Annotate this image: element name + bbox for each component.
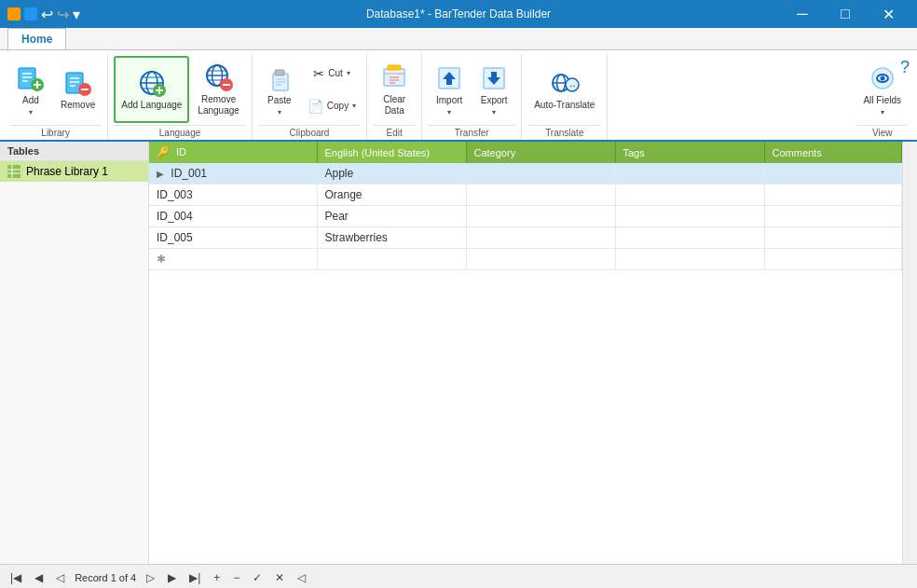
export-icon — [479, 63, 509, 93]
undo-icon[interactable]: ↩ — [41, 6, 53, 23]
ribbon-group-transfer: Import ▾ Export ▾ Transfer — [422, 54, 522, 140]
prev-page-button[interactable]: ◁ — [53, 570, 67, 585]
app-icon — [7, 7, 21, 21]
cell-tags — [615, 185, 764, 206]
svg-point-50 — [880, 75, 884, 80]
new-row[interactable]: ✱ — [149, 249, 902, 270]
tab-home[interactable]: Home — [7, 28, 66, 49]
col-header-id: 🔑 ID — [149, 142, 317, 163]
remove-button[interactable]: Remove — [54, 56, 102, 123]
add-language-button[interactable]: Add Language — [114, 56, 189, 123]
col-header-category: Category — [466, 142, 615, 163]
cell-english[interactable]: Strawberries — [317, 227, 466, 249]
first-record-button[interactable]: |◀ — [7, 570, 24, 585]
table-row[interactable]: ID_005 Strawberries — [149, 227, 902, 249]
row-arrow-icon: ▶ — [157, 169, 164, 179]
prev-record-button[interactable]: ◀ — [32, 570, 46, 585]
cell-tags — [615, 163, 764, 185]
data-table[interactable]: 🔑 ID English (United States) Category Ta… — [149, 142, 902, 564]
cell-category — [466, 185, 615, 206]
save-record-button[interactable]: ✓ — [250, 570, 265, 585]
cut-copy-col: ✂ Cut ▾ 📄 Copy ▾ — [303, 56, 361, 123]
cell-category — [466, 206, 615, 227]
close-button[interactable]: ✕ — [867, 0, 910, 28]
ribbon: Add ▾ Remove Library — [0, 50, 917, 142]
last-record-button[interactable]: ▶| — [186, 570, 203, 585]
sidebar: Tables Phrase Library 1 — [0, 142, 149, 564]
copy-button[interactable]: 📄 Copy ▾ — [303, 90, 361, 122]
table-area: 🔑 ID English (United States) Category Ta… — [149, 142, 902, 564]
add-record-button[interactable]: + — [211, 570, 223, 585]
remove-label: Remove — [61, 100, 95, 111]
add-icon — [16, 63, 46, 93]
cell-comments — [764, 185, 902, 206]
cell-tags — [615, 227, 764, 249]
category-col-label: Category — [474, 147, 516, 158]
language-group-label: Language — [114, 125, 246, 140]
table-icon — [7, 165, 21, 178]
clipboard-buttons: Paste ▾ ✂ Cut ▾ 📄 Copy ▾ — [258, 56, 361, 123]
english-col-label: English (United States) — [325, 147, 431, 158]
app-icon2 — [24, 7, 37, 21]
minimize-button[interactable]: ─ — [781, 0, 824, 28]
add-dropdown-arrow: ▾ — [29, 108, 33, 116]
cut-button[interactable]: ✂ Cut ▾ — [303, 58, 361, 89]
copy-label: Copy — [327, 101, 349, 111]
view-group-label: View — [856, 125, 908, 140]
refresh-button[interactable]: ◁ — [294, 570, 308, 585]
clipboard-group-label: Clipboard — [258, 125, 361, 140]
vertical-scrollbar[interactable] — [902, 142, 917, 564]
ribbon-group-language: Add Language RemoveLanguage Lan — [108, 54, 253, 140]
cell-id: ID_005 — [149, 227, 317, 249]
sidebar-item-phrase-library-1[interactable]: Phrase Library 1 — [0, 161, 148, 182]
add-button[interactable]: Add ▾ — [9, 56, 52, 123]
paste-icon — [265, 63, 294, 93]
paste-button[interactable]: Paste ▾ — [258, 56, 301, 123]
title-bar-left: ↩ ↪ ▾ — [7, 6, 80, 23]
asterisk-icon: ✱ — [157, 253, 166, 266]
new-row-tags — [615, 249, 764, 270]
add-label: Add — [22, 95, 39, 106]
id-value: ID_001 — [171, 167, 207, 180]
cell-id: ID_003 — [149, 185, 317, 206]
table-row[interactable]: ▶ ID_001 Apple — [149, 163, 902, 185]
clear-data-button[interactable]: ClearData — [373, 56, 416, 123]
window-title: Database1* - BarTender Data Builder — [366, 7, 551, 21]
remove-language-button[interactable]: RemoveLanguage — [191, 56, 246, 123]
auto-translate-icon: ↔ — [550, 68, 580, 98]
cell-english[interactable]: Orange — [317, 185, 466, 206]
help-icon[interactable]: ? — [900, 58, 910, 77]
next-record-button[interactable]: ▶ — [165, 570, 179, 585]
new-row-english[interactable] — [317, 249, 466, 270]
next-page-button[interactable]: ▷ — [144, 570, 157, 585]
redo-icon[interactable]: ↪ — [57, 6, 69, 23]
tags-col-label: Tags — [623, 147, 645, 158]
cell-comments — [764, 163, 902, 185]
key-icon-header: 🔑 — [157, 146, 170, 157]
transfer-buttons: Import ▾ Export ▾ — [428, 56, 515, 123]
library-buttons: Add ▾ Remove — [9, 56, 102, 123]
auto-translate-button[interactable]: ↔ Auto-Translate — [527, 56, 601, 123]
svg-rect-35 — [388, 65, 401, 70]
import-button[interactable]: Import ▾ — [428, 56, 471, 123]
svg-rect-29 — [275, 70, 284, 75]
export-button[interactable]: Export ▾ — [472, 56, 515, 123]
cell-english[interactable]: Apple — [317, 163, 466, 185]
cut-icon: ✂ — [313, 66, 324, 81]
tables-header: Tables — [0, 142, 148, 161]
table-row[interactable]: ID_004 Pear — [149, 206, 902, 227]
delete-record-button[interactable]: − — [230, 570, 242, 585]
new-row-category — [466, 249, 615, 270]
cancel-record-button[interactable]: ✕ — [272, 570, 287, 585]
table-row[interactable]: ID_003 Orange — [149, 185, 902, 206]
ribbon-group-library: Add ▾ Remove Library — [4, 54, 108, 140]
add-language-label: Add Language — [121, 100, 182, 111]
ribbon-group-clipboard: Paste ▾ ✂ Cut ▾ 📄 Copy ▾ Clipboard — [253, 54, 367, 140]
copy-icon: 📄 — [308, 99, 323, 114]
maximize-button[interactable]: □ — [824, 0, 867, 28]
transfer-group-label: Transfer — [428, 125, 515, 140]
comments-col-label: Comments — [773, 147, 822, 158]
ribbon-tabs: Home — [0, 28, 917, 50]
cell-english[interactable]: Pear — [317, 206, 466, 227]
quick-access-icon[interactable]: ▾ — [73, 6, 80, 23]
